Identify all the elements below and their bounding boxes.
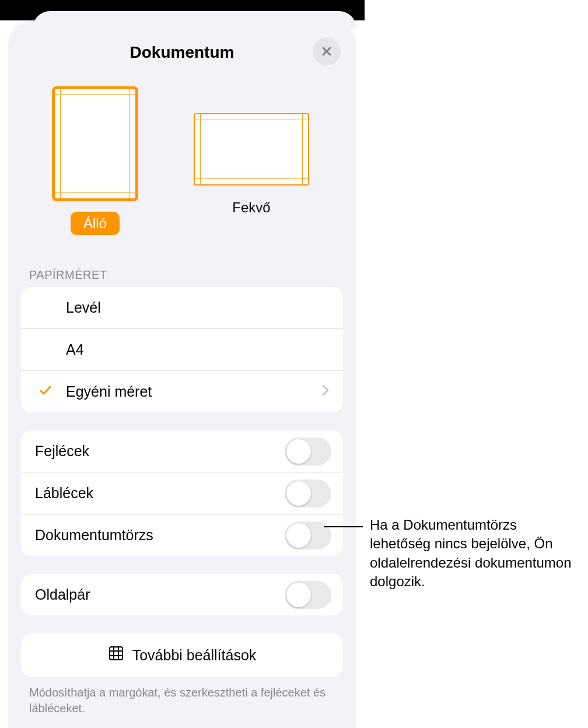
landscape-thumbnail bbox=[194, 113, 309, 186]
paper-size-section-label: PAPÍRMÉRET bbox=[29, 268, 107, 282]
facing-pages-row: Oldalpár bbox=[21, 574, 343, 615]
facing-pages-label: Oldalpár bbox=[35, 586, 90, 603]
grid-icon bbox=[108, 645, 124, 665]
chevron-right-icon bbox=[321, 383, 330, 400]
footers-label: Láblécek bbox=[35, 485, 93, 502]
portrait-label: Álló bbox=[71, 212, 120, 235]
close-button[interactable] bbox=[313, 37, 341, 65]
facing-pages-list: Oldalpár bbox=[21, 574, 343, 615]
footers-row: Láblécek bbox=[21, 472, 343, 514]
document-body-row: Dokumentumtörzs bbox=[21, 514, 343, 556]
portrait-thumbnail bbox=[52, 86, 138, 201]
footers-toggle[interactable] bbox=[285, 480, 331, 508]
paper-size-list: Levél A4 Egyéni méret bbox=[21, 287, 343, 412]
headers-row: Fejlécek bbox=[21, 430, 343, 472]
close-icon bbox=[321, 46, 332, 57]
sheet-title: Dokumentum bbox=[8, 43, 356, 62]
more-settings-label: További beállítások bbox=[132, 647, 257, 664]
paper-size-custom[interactable]: Egyéni méret bbox=[21, 370, 343, 412]
orientation-landscape[interactable]: Fekvő bbox=[178, 86, 324, 219]
document-options-list: Fejlécek Láblécek Dokumentumtörzs bbox=[21, 430, 343, 556]
paper-size-a4[interactable]: A4 bbox=[21, 328, 343, 370]
orientation-selector: Álló Fekvő bbox=[8, 86, 356, 244]
headers-toggle[interactable] bbox=[285, 438, 331, 466]
more-settings-button[interactable]: További beállítások bbox=[21, 634, 343, 677]
callout-text: Ha a Dokumentumtörzs lehetőség nincs bej… bbox=[370, 516, 574, 592]
landscape-label: Fekvő bbox=[219, 196, 283, 219]
footer-hint-text: Módosíthatja a margókat, és szerkeszthet… bbox=[29, 685, 332, 716]
checkmark-icon bbox=[38, 383, 52, 401]
headers-label: Fejlécek bbox=[35, 443, 89, 460]
paper-size-letter[interactable]: Levél bbox=[21, 287, 343, 328]
callout-leader-line bbox=[324, 526, 363, 527]
document-body-toggle[interactable] bbox=[285, 522, 331, 550]
paper-size-option-label: A4 bbox=[66, 341, 84, 358]
paper-size-option-label: Egyéni méret bbox=[66, 383, 152, 400]
document-settings-sheet: Dokumentum Álló bbox=[8, 21, 356, 728]
orientation-portrait[interactable]: Álló bbox=[46, 86, 145, 235]
paper-size-option-label: Levél bbox=[66, 299, 101, 316]
facing-pages-toggle[interactable] bbox=[285, 581, 331, 609]
svg-rect-0 bbox=[110, 647, 123, 660]
document-body-label: Dokumentumtörzs bbox=[35, 527, 153, 544]
